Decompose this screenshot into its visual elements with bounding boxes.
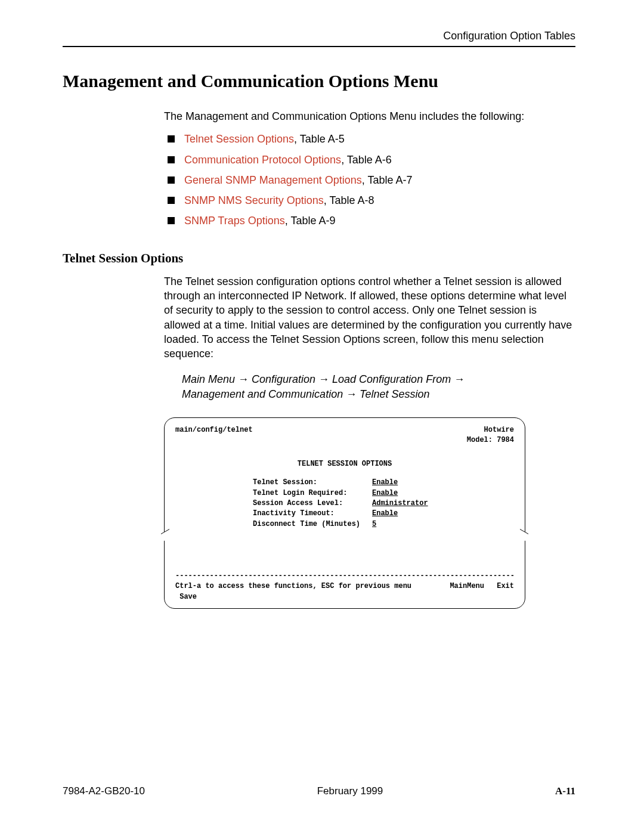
terminal-actions: MainMenu Exit	[441, 581, 514, 592]
list-item-suffix: , Table A-8	[324, 194, 374, 206]
subsection-body: The Telnet session configuration options…	[164, 274, 575, 402]
option-value[interactable]: 5	[372, 519, 376, 529]
subsection-paragraph: The Telnet session configuration options…	[164, 274, 575, 361]
option-label: Disconnect Time (Minutes)	[253, 519, 372, 529]
list-item: SNMP Traps Options, Table A-9	[164, 213, 575, 228]
terminal-footer: Ctrl-a to access these functions, ESC fo…	[175, 581, 514, 592]
terminal-divider: ----------------------------------------…	[175, 571, 514, 581]
intro-block: The Management and Communication Options…	[164, 109, 575, 228]
footer-date: February 1999	[317, 785, 383, 797]
terminal-option-row: Telnet Login Required:Enable	[253, 488, 514, 498]
action-exit[interactable]: Exit	[497, 582, 514, 590]
page: Configuration Option Tables Management a…	[0, 0, 644, 833]
list-item-suffix: , Table A-9	[285, 215, 336, 227]
terminal-brand: Hotwire	[484, 425, 514, 435]
option-value[interactable]: Enable	[372, 488, 398, 498]
xref-link[interactable]: General SNMP Management Options	[184, 174, 362, 186]
list-item: Communication Protocol Options, Table A-…	[164, 153, 575, 167]
list-item-suffix: , Table A-5	[294, 133, 345, 145]
menu-sequence: Main Menu → Configuration → Load Configu…	[182, 372, 575, 402]
terminal-options: Telnet Session:Enable Telnet Login Requi…	[253, 478, 514, 529]
xref-link[interactable]: Telnet Session Options	[184, 133, 294, 145]
intro-paragraph: The Management and Communication Options…	[164, 109, 575, 123]
bullet-list: Telnet Session Options, Table A-5 Commun…	[164, 132, 575, 228]
xref-link[interactable]: Communication Protocol Options	[184, 154, 341, 166]
page-break-mark	[520, 529, 528, 543]
subsection-title: Telnet Session Options	[63, 251, 575, 266]
option-value[interactable]: Administrator	[372, 498, 428, 509]
menu-sequence-line: Management and Communication → Telnet Se…	[182, 387, 575, 402]
xref-link[interactable]: SNMP NMS Security Options	[184, 194, 324, 206]
terminal-option-row: Disconnect Time (Minutes)5	[253, 519, 514, 529]
page-break-mark	[161, 529, 169, 543]
terminal-option-row: Inactivity Timeout:Enable	[253, 509, 514, 519]
list-item-suffix: , Table A-7	[362, 174, 413, 186]
menu-sequence-line: Main Menu → Configuration → Load Configu…	[182, 372, 575, 387]
terminal-header-row: Model: 7984	[175, 435, 514, 445]
list-item: Telnet Session Options, Table A-5	[164, 132, 575, 146]
terminal-path: main/config/telnet	[175, 425, 253, 435]
list-item-suffix: , Table A-6	[341, 154, 392, 166]
terminal-hint: Ctrl-a to access these functions, ESC fo…	[175, 581, 411, 592]
terminal-option-row: Session Access Level:Administrator	[253, 498, 514, 509]
option-value[interactable]: Enable	[372, 509, 398, 519]
terminal-wrapper: main/config/telnet Hotwire Model: 7984 T…	[164, 417, 575, 609]
terminal-header-row: main/config/telnet Hotwire	[175, 425, 514, 435]
terminal-option-row: Telnet Session:Enable	[253, 478, 514, 488]
terminal-screen: main/config/telnet Hotwire Model: 7984 T…	[164, 417, 525, 609]
option-value[interactable]: Enable	[372, 478, 398, 488]
action-mainmenu[interactable]: MainMenu	[450, 582, 484, 590]
option-label: Telnet Login Required:	[253, 488, 372, 498]
page-footer: 7984-A2-GB20-10 February 1999 A-11	[63, 785, 575, 797]
footer-page-number: A-11	[555, 785, 575, 797]
option-label: Inactivity Timeout:	[253, 509, 372, 519]
terminal-footer-row2: Save	[175, 592, 514, 602]
option-label: Session Access Level:	[253, 498, 372, 509]
action-save[interactable]: Save	[179, 593, 197, 601]
header-rule	[63, 46, 575, 47]
option-label: Telnet Session:	[253, 478, 372, 488]
list-item: General SNMP Management Options, Table A…	[164, 173, 575, 187]
section-title: Management and Communication Options Men…	[63, 71, 575, 91]
xref-link[interactable]: SNMP Traps Options	[184, 215, 285, 227]
footer-doc-id: 7984-A2-GB20-10	[63, 785, 145, 797]
running-head: Configuration Option Tables	[63, 30, 575, 42]
list-item: SNMP NMS Security Options, Table A-8	[164, 193, 575, 208]
terminal-screen-title: TELNET SESSION OPTIONS	[175, 459, 514, 469]
terminal-model: Model: 7984	[467, 435, 514, 445]
